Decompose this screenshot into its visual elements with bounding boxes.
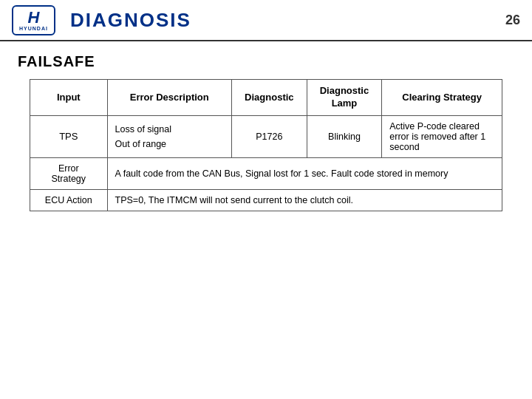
col-header-clearing-strategy: Clearing Strategy [382, 80, 502, 116]
tps-error-desc-cell: Loss of signal Out of range [107, 115, 231, 157]
table-row-ecu-action: ECU Action TPS=0, The ITMCM will not sen… [30, 189, 502, 211]
ecu-action-input-cell: ECU Action [30, 189, 108, 211]
failsafe-table: Input Error Description Diagnostic Diagn… [30, 79, 502, 211]
tps-error-line1: Loss of signal [115, 124, 224, 134]
hyundai-h-logo: H [28, 10, 40, 26]
table-row-error-strategy: Error Strategy A fault code from the CAN… [30, 157, 502, 189]
table-header-row: Input Error Description Diagnostic Diagn… [30, 80, 502, 116]
tps-clearing-cell: Active P-code cleared error is removed a… [382, 115, 502, 157]
hyundai-brand-name: HYUNDAI [19, 26, 48, 31]
page-number: 26 [505, 13, 520, 28]
tps-lamp-cell: Blinking [307, 115, 382, 157]
table-container: Input Error Description Diagnostic Diagn… [0, 79, 532, 211]
col-header-input: Input [30, 80, 108, 116]
header: H HYUNDAI DIAGNOSIS 26 [0, 0, 532, 41]
logo-box: H HYUNDAI [12, 5, 55, 35]
table-row-tps: TPS Loss of signal Out of range P1726 Bl… [30, 115, 502, 157]
ecu-action-desc-cell: TPS=0, The ITMCM will not send current t… [107, 189, 502, 211]
tps-diagnostic-cell: P1726 [232, 115, 307, 157]
error-strategy-input-cell: Error Strategy [30, 157, 108, 189]
tps-error-line2: Out of range [115, 139, 224, 149]
error-strategy-desc-cell: A fault code from the CAN Bus, Signal lo… [107, 157, 502, 189]
page-title: FAILSAFE [0, 41, 532, 79]
page-header-title: DIAGNOSIS [70, 9, 191, 32]
col-header-error-description: Error Description [107, 80, 231, 116]
tps-input-cell: TPS [30, 115, 108, 157]
col-header-diagnostic-lamp: Diagnostic Lamp [307, 80, 382, 116]
col-header-diagnostic: Diagnostic [232, 80, 307, 116]
logo-area: H HYUNDAI [12, 5, 55, 35]
